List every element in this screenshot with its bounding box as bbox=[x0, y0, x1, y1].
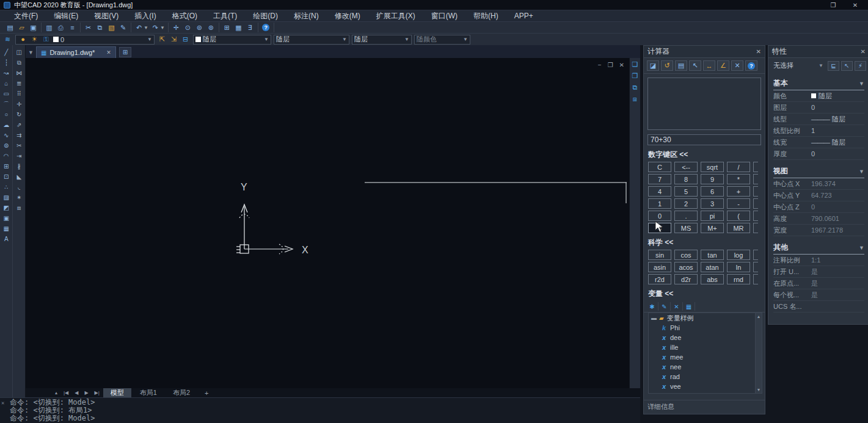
menu-item-5[interactable]: 格式(O) bbox=[164, 11, 205, 21]
region-icon[interactable]: ▣ bbox=[1, 213, 12, 223]
layout-tab-2[interactable]: 布局1 bbox=[133, 388, 164, 397]
return-to-input-icon[interactable]: ▦ bbox=[685, 302, 695, 311]
variable-item[interactable]: xvee bbox=[649, 381, 762, 391]
point-icon[interactable]: ∴ bbox=[1, 182, 12, 192]
stretch-icon[interactable]: ⇉ bbox=[13, 130, 25, 140]
arc-icon[interactable]: ⌒ bbox=[1, 99, 12, 109]
property-row[interactable]: 中心点 Y64.723 bbox=[773, 190, 864, 201]
join-icon[interactable]: ⧈ bbox=[13, 203, 25, 213]
layer-combo[interactable]: ●☀⚿ 0 ▼ bbox=[15, 35, 155, 45]
layer-states-icon[interactable]: ⊟ bbox=[180, 35, 191, 43]
scroll-down-icon[interactable]: ▼ bbox=[757, 388, 761, 392]
tab-close-icon[interactable]: ✕ bbox=[106, 49, 111, 56]
offset-icon[interactable]: ≣ bbox=[13, 78, 25, 89]
property-row[interactable]: 中心点 X196.374 bbox=[773, 178, 864, 190]
last-layout-icon[interactable]: ▶| bbox=[92, 390, 102, 396]
variable-item[interactable]: xdee bbox=[649, 333, 762, 342]
next-layout-icon[interactable]: ▶ bbox=[82, 390, 90, 396]
menu-item-8[interactable]: 标注(N) bbox=[286, 11, 327, 21]
rectangle-icon[interactable]: ▭ bbox=[1, 89, 12, 99]
numpad-button-<--[interactable]: <-- bbox=[674, 162, 698, 172]
collapse-tabs-icon[interactable]: ▴ bbox=[53, 390, 60, 396]
property-row[interactable]: 中心点 Z0 bbox=[773, 201, 864, 213]
make-layer-current-icon[interactable]: ⇱ bbox=[157, 35, 167, 43]
menu-item-12[interactable]: 帮助(H) bbox=[465, 11, 506, 21]
first-layout-icon[interactable]: |◀ bbox=[61, 390, 71, 396]
numpad-button-7[interactable]: 7 bbox=[648, 174, 671, 184]
plot-icon[interactable]: ⎙ bbox=[55, 23, 67, 32]
numpad-button-([interactable]: ( bbox=[727, 211, 750, 221]
calculator-history[interactable] bbox=[647, 78, 761, 130]
select-objects-icon[interactable]: ↖ bbox=[841, 61, 853, 71]
new-variable-icon[interactable]: ✱ bbox=[649, 302, 658, 311]
menu-item-10[interactable]: 扩展工具(X) bbox=[368, 11, 423, 21]
new-tab-button[interactable]: ⊞ bbox=[119, 47, 131, 57]
numpad-button-pi[interactable]: pi bbox=[701, 211, 724, 221]
property-row[interactable]: 图层0 bbox=[773, 102, 864, 114]
color-combo[interactable]: 随层 ▼ bbox=[193, 35, 271, 45]
variable-item[interactable]: kPhi bbox=[649, 323, 762, 333]
property-row[interactable]: 高度790.0601 bbox=[773, 213, 864, 225]
command-window[interactable]: ✕ 命令: <切换到: Model>命令: <切换到: 布局1>命令: <切换到… bbox=[0, 397, 640, 423]
rotate-icon[interactable]: ↻ bbox=[13, 109, 25, 120]
numpad-button-MR[interactable]: MR bbox=[727, 223, 750, 233]
trim-icon[interactable]: ✂ bbox=[13, 140, 25, 151]
variable-item[interactable]: xvee1 bbox=[649, 391, 762, 394]
calc-distance-between-points-icon[interactable]: ↔ bbox=[703, 60, 715, 71]
sci-button-r2d[interactable]: r2d bbox=[648, 274, 671, 284]
drawing-canvas[interactable]: −❐✕ bbox=[26, 58, 629, 388]
numpad-section-title[interactable]: 数字键区 << bbox=[644, 145, 765, 162]
mirror-icon[interactable]: ⋈ bbox=[13, 68, 25, 78]
linetype-combo[interactable]: 随层 ▼ bbox=[274, 35, 349, 45]
scale-icon[interactable]: ⇗ bbox=[13, 120, 25, 130]
numpad-button-8[interactable]: 8 bbox=[674, 174, 698, 184]
calc-clear-icon[interactable]: ◪ bbox=[647, 60, 659, 71]
variables-tree[interactable]: ▬▰变量样例kPhixdeexillexmeexneexradxveexvee1… bbox=[648, 313, 762, 394]
numpad-button-3[interactable]: 3 bbox=[701, 198, 724, 209]
polygon-icon[interactable]: ⌂ bbox=[1, 78, 12, 89]
circle-icon[interactable]: ○ bbox=[1, 109, 12, 120]
lineweight-combo[interactable]: 随层 ▼ bbox=[352, 35, 412, 45]
publish-icon[interactable]: ≡ bbox=[67, 23, 78, 32]
variable-item[interactable]: xmee bbox=[649, 352, 762, 362]
menu-item-6[interactable]: 工具(T) bbox=[205, 11, 245, 21]
construction-line-icon[interactable]: ┆ bbox=[1, 57, 12, 68]
numpad-button-1[interactable]: 1 bbox=[648, 198, 671, 209]
restore-window-button[interactable]: ❐ bbox=[824, 2, 842, 9]
property-row[interactable]: 每个视...是 bbox=[773, 289, 864, 301]
numpad-button-sqrt[interactable]: sqrt bbox=[701, 162, 724, 172]
spline-icon[interactable]: ∿ bbox=[1, 130, 12, 140]
variables-section-title[interactable]: 变量 << bbox=[644, 284, 765, 301]
menu-item-3[interactable]: 视图(V) bbox=[86, 11, 126, 21]
property-row[interactable]: 厚度0 bbox=[773, 148, 864, 160]
send-under-object-icon[interactable]: ⧈ bbox=[630, 95, 640, 103]
explode-icon[interactable]: ✶ bbox=[13, 192, 25, 203]
property-row[interactable]: 在原点...是 bbox=[773, 278, 864, 289]
selection-combo[interactable]: 无选择 ▼ bbox=[771, 60, 825, 71]
numpad-button-+[interactable]: + bbox=[727, 186, 750, 197]
scroll-up-icon[interactable]: ▲ bbox=[757, 314, 761, 319]
numpad-button-2[interactable]: 2 bbox=[674, 198, 698, 209]
mtext-icon[interactable]: A bbox=[1, 234, 12, 244]
numpad-button--[interactable]: - bbox=[727, 198, 750, 209]
property-row[interactable]: 线宽———随层 bbox=[773, 137, 864, 148]
numpad-button-6[interactable]: 6 bbox=[701, 186, 724, 197]
menu-item-2[interactable]: 编辑(E) bbox=[46, 11, 86, 21]
property-row[interactable]: 注释比例1:1 bbox=[773, 255, 864, 266]
collapse-icon[interactable]: ▬ bbox=[651, 315, 656, 321]
quick-select-icon[interactable]: ⚡ bbox=[855, 61, 866, 71]
chevron-down-icon[interactable]: ▼ bbox=[160, 25, 165, 31]
tab-list-dropdown-icon[interactable]: ▼ bbox=[27, 49, 36, 58]
send-to-back-icon[interactable]: ❐ bbox=[630, 72, 640, 80]
scientific-section-title[interactable]: 科学 << bbox=[644, 233, 765, 250]
plotstyle-combo[interactable]: 随颜色 ▼ bbox=[414, 35, 470, 45]
copy-icon[interactable]: ⧉ bbox=[94, 23, 106, 32]
property-row[interactable]: 宽度1967.2178 bbox=[773, 225, 864, 236]
cut-icon[interactable]: ✂ bbox=[82, 23, 94, 32]
sci-button-d2r[interactable]: d2r bbox=[674, 274, 698, 284]
open-file-icon[interactable]: ▱ bbox=[16, 23, 27, 32]
calc-angle-of-line-icon[interactable]: ∠ bbox=[717, 60, 729, 71]
calc-clear-history-icon[interactable]: ↺ bbox=[661, 60, 673, 71]
property-row[interactable]: 颜色随层 bbox=[773, 90, 864, 102]
sci-button-rnd[interactable]: rnd bbox=[727, 274, 750, 284]
